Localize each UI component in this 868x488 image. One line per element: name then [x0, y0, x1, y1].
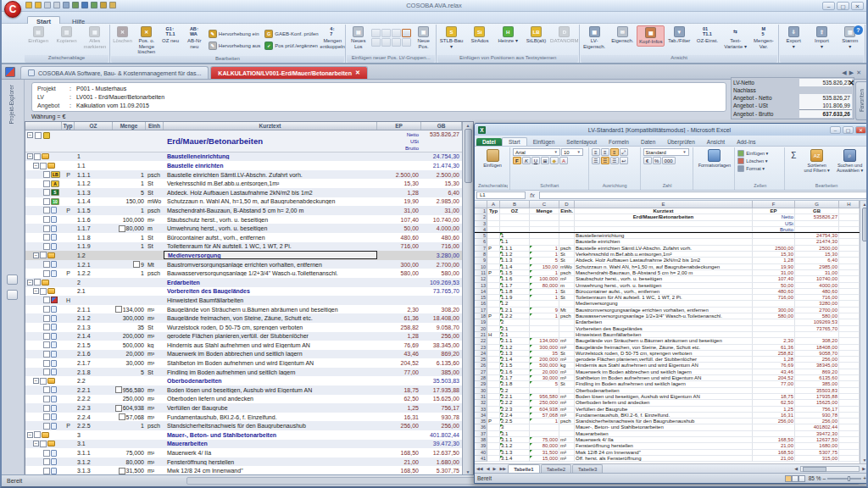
excel-row-number[interactable]: 35: [475, 419, 487, 424]
excel-cell[interactable]: [487, 338, 500, 344]
ribbon-button-neue[interactable]: ▣Neue Pos.: [412, 25, 436, 50]
table-row[interactable]: 2.2.1956,580m³Boden lösen und beseitigen…: [25, 385, 462, 395]
excel-row-number[interactable]: 9: [475, 258, 487, 263]
excel-cell[interactable]: [487, 443, 500, 449]
excel-cell[interactable]: Oberbodenarbeiten: [575, 388, 753, 394]
ribbon-button-mengen[interactable]: 4↕ 7Mengen entkoppeln: [321, 25, 344, 50]
excel-cell[interactable]: Einh.: [559, 208, 575, 214]
excel-cell[interactable]: 3.1: [500, 431, 530, 437]
table-row[interactable]: 1.1.81StBürocontainer aufst., vorh., ent…: [25, 233, 462, 242]
table-row[interactable]: 2.1.85StFindling im Boden aufnehmen und …: [25, 368, 462, 377]
ribbon-button-tabfilter[interactable]: ▼Tab./Filter: [665, 25, 693, 45]
excel-cell[interactable]: [753, 233, 795, 239]
orientation-button[interactable]: ⤢: [620, 148, 628, 156]
ribbon-button-eigensch[interactable]: ✉Eigensch.: [609, 25, 636, 45]
autosum-button[interactable]: Σ: [787, 148, 799, 163]
ribbon-button-sirados[interactable]: SiSirAdos: [466, 25, 493, 45]
expander-icon[interactable]: −: [33, 252, 39, 258]
excel-cell[interactable]: 2.1.4: [500, 357, 530, 363]
formula-input[interactable]: [539, 191, 867, 199]
excel-cell[interactable]: [839, 363, 860, 369]
ribbon-button-oz[interactable]: G1↑ T1.1OZ neu: [159, 25, 181, 45]
excel-cell[interactable]: 1: [500, 233, 530, 239]
excel-cell[interactable]: 80,000: [530, 283, 559, 289]
excel-cell[interactable]: m³: [559, 407, 575, 413]
sheet-nav-next-icon[interactable]: ▶: [492, 466, 498, 471]
scroll-up-icon[interactable]: ▲: [466, 122, 470, 129]
percent-format-button[interactable]: %: [653, 157, 661, 164]
excel-tab-überprüfen[interactable]: Überprüfen: [661, 138, 701, 146]
sheet-nav-prev-icon[interactable]: ◀: [485, 466, 492, 471]
excel-cell[interactable]: 20,000: [530, 369, 559, 375]
excel-cell[interactable]: [530, 388, 559, 394]
ribbon-button-lv-eigensch[interactable]: ▦LV-Eigensch.: [581, 25, 608, 50]
excel-cell[interactable]: [753, 301, 795, 307]
excel-cell[interactable]: [559, 301, 575, 307]
excel-cell[interactable]: 1: [530, 289, 559, 295]
ribbon-button-kopieren[interactable]: ▥Kopieren: [53, 25, 80, 45]
excel-cell[interactable]: [487, 363, 500, 369]
excel-cell[interactable]: [839, 214, 860, 220]
excel-cell[interactable]: [487, 357, 500, 363]
excel-cell[interactable]: 24754,30: [795, 233, 839, 239]
excel-cell[interactable]: 1.2.1: [500, 308, 530, 313]
excel-close-button[interactable]: ✕: [855, 126, 866, 134]
align-top-button[interactable]: ≡: [592, 148, 600, 156]
excel-cell[interactable]: 134,000: [530, 338, 559, 344]
excel-cell[interactable]: [559, 239, 575, 245]
excel-cell[interactable]: 256,00: [795, 419, 839, 424]
excel-cell[interactable]: [487, 308, 500, 313]
excel-cell[interactable]: 168,50: [753, 450, 795, 456]
excel-cell[interactable]: 500,000: [530, 363, 559, 369]
ribbon-button-export[interactable]: ⇩Export ▾: [780, 25, 807, 50]
excel-cell[interactable]: 18408,00: [795, 345, 839, 351]
row-checkbox[interactable]: [43, 413, 50, 420]
table-row[interactable]: 2.1.4200,000m²gerodete Flächen planieren…: [25, 332, 462, 341]
excel-cell[interactable]: [487, 295, 500, 301]
excel-cell[interactable]: 2500,00: [753, 246, 795, 252]
excel-cell[interactable]: Baustromversorgungsanlage errichten vorh…: [575, 308, 753, 313]
table-row[interactable]: 1.1.780,000mUmwehrung herst., vorh. u. b…: [25, 224, 462, 233]
table-row[interactable]: −3.1Mauerarbeiten39.472,30: [25, 440, 462, 449]
excel-row-number[interactable]: 38: [475, 437, 487, 443]
excel-cell[interactable]: Staubschutz herst., vorh. u. beseitigen: [575, 276, 753, 282]
excel-cell[interactable]: [839, 270, 860, 276]
excel-row-number[interactable]: 37: [475, 431, 487, 437]
excel-cell[interactable]: [559, 424, 575, 430]
excel-cell[interactable]: Mauer-, Beton- und Stahlbetonarbeiten: [575, 424, 753, 430]
align-bottom-button[interactable]: ≡: [610, 148, 619, 156]
excel-cell[interactable]: 12637,50: [795, 437, 839, 443]
excel-cell[interactable]: St: [559, 351, 575, 357]
excel-cell[interactable]: P: [487, 246, 500, 252]
excel-cell[interactable]: [487, 319, 500, 325]
excel-cell[interactable]: [487, 400, 500, 406]
scrollbar-thumb[interactable]: [465, 129, 472, 183]
excel-cell[interactable]: [559, 431, 575, 437]
table-row[interactable]: −3Mauer-, Beton- und Stahlbetonarbeiten4…: [25, 430, 462, 440]
excel-cell[interactable]: [487, 221, 500, 227]
excel-cell[interactable]: mWo: [559, 264, 575, 270]
align-middle-button[interactable]: ≡: [601, 148, 609, 156]
qat-icon[interactable]: [63, 2, 70, 8]
excel-cell[interactable]: Baustelle einrichten Sämtl.LV-Abschn. Zu…: [575, 246, 753, 252]
tab-close-icon[interactable]: ✕: [355, 69, 360, 76]
explorer-tool-icon[interactable]: [7, 274, 18, 285]
table-row[interactable]: −1Baustelleneinrichtung24.754,30: [25, 152, 462, 162]
excel-cell[interactable]: P: [487, 419, 500, 424]
excel-cell[interactable]: 5: [530, 258, 559, 263]
row-checkbox[interactable]: [40, 252, 47, 258]
excel-cell[interactable]: 2700,00: [795, 308, 839, 313]
excel-cell[interactable]: St: [559, 289, 575, 295]
document-tab[interactable]: COSOBA AVA Software, Bau- & Kostenmanage…: [20, 66, 209, 79]
excel-cell[interactable]: 16,31: [753, 413, 795, 419]
excel-cell[interactable]: [500, 227, 530, 232]
excel-cell[interactable]: [839, 407, 860, 413]
excel-row-number[interactable]: 41: [475, 456, 487, 462]
excel-cell[interactable]: 2.1.7: [500, 375, 530, 381]
row-checkbox[interactable]: [43, 468, 50, 474]
excel-cell[interactable]: Hinweistext Baumfällarbeiten: [575, 332, 753, 338]
excel-cell[interactable]: Umwehrung herst., vorh. u. beseitigen: [575, 283, 753, 289]
lv-group-insert-button[interactable]: [402, 38, 411, 47]
excel-row-number[interactable]: 3: [475, 221, 487, 227]
excel-cell[interactable]: 2.1.6: [500, 369, 530, 375]
